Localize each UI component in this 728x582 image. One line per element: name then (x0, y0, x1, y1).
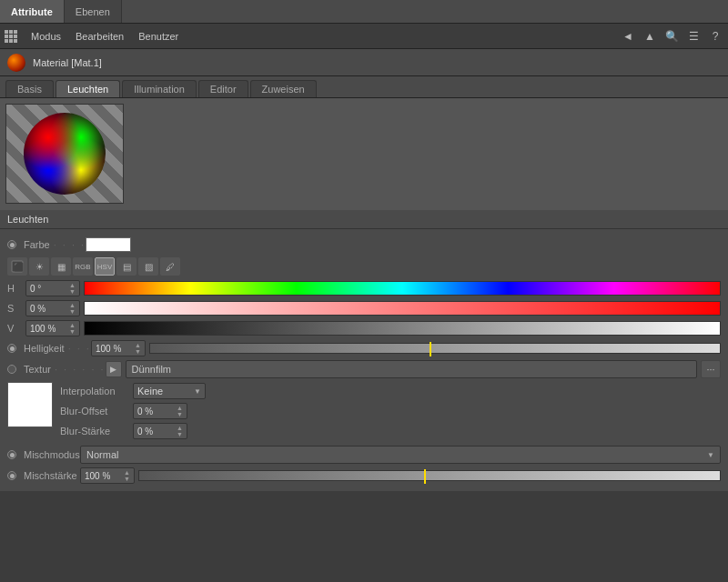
top-tab-bar: Attribute Ebenen (0, 0, 728, 24)
sun-icon[interactable]: ☀ (29, 257, 49, 276)
mischstärke-value-box[interactable]: 100 % ▲ ▼ (80, 467, 135, 484)
menu-icon[interactable]: ☰ (684, 27, 703, 45)
svg-rect-4 (9, 35, 13, 38)
helligkeit-radio[interactable] (7, 344, 16, 353)
mischmodus-row: Mischmodus Normal ▼ (0, 444, 728, 466)
textur-radio[interactable] (7, 365, 16, 374)
svg-rect-7 (9, 39, 13, 43)
material-sphere-icon (7, 54, 25, 72)
blur-stärke-label: Blur-Stärke (60, 426, 133, 436)
textur-more-btn[interactable]: ··· (701, 360, 721, 378)
tab-leuchten[interactable]: Leuchten (56, 80, 120, 97)
interpolation-row: Interpolation Keine ▼ (60, 382, 721, 400)
s-value-box[interactable]: 0 % ▲ ▼ (25, 300, 80, 316)
farbe-row: Farbe · · · · (0, 235, 728, 255)
search-icon[interactable]: 🔍 (662, 27, 681, 45)
s-spin[interactable]: ▲ ▼ (69, 302, 76, 315)
preview-area (0, 98, 728, 209)
h-label: H (7, 283, 25, 294)
helligkeit-label: Helligkeit · · · (7, 343, 91, 354)
blur-stärke-value-box[interactable]: 0 % ▲ ▼ (133, 423, 187, 439)
interpolation-select[interactable]: Keine ▼ (133, 383, 206, 399)
tab-ebenen[interactable]: Ebenen (65, 0, 122, 23)
sat-slider[interactable] (84, 301, 721, 316)
tab-editor[interactable]: Editor (198, 80, 248, 97)
interpolation-label: Interpolation (60, 386, 133, 396)
mischstärke-row: Mischstärke 100 % ▲ ▼ (0, 466, 728, 486)
farbe-color-swatch[interactable] (86, 237, 131, 252)
mischstärke-value: 100 % (85, 471, 124, 481)
svg-rect-5 (14, 35, 17, 38)
textur-row: Textur · · · · · · ▶ Dünnfilm ··· (0, 358, 728, 380)
nav-up-icon[interactable]: ▲ (641, 27, 659, 45)
v-label: V (7, 323, 25, 334)
tab-zuweisen[interactable]: Zuweisen (250, 80, 317, 97)
mischstärke-label: Mischstärke (7, 470, 80, 481)
val-slider[interactable] (84, 321, 721, 336)
textur-sub-area: Interpolation Keine ▼ Blur-Offset 0 % ▲ … (0, 380, 728, 444)
tab-basis[interactable]: Basis (5, 80, 54, 97)
helligkeit-value: 100 % (96, 344, 135, 354)
tab-illumination[interactable]: Illumination (122, 80, 197, 97)
section-header-leuchten: Leuchten (0, 209, 728, 229)
helligkeit-value-box[interactable]: 100 % ▲ ▼ (91, 340, 146, 356)
properties-area: Farbe · · · · ⬛ ☀ ▦ RGB HSV ▤ ▨ 🖊 H 0 ° … (0, 229, 728, 491)
farbe-label: Farbe · · · · (7, 239, 86, 250)
textur-name-bar: Dünnfilm (126, 360, 697, 378)
blur-offset-spin[interactable]: ▲ ▼ (177, 405, 183, 417)
svg-rect-1 (9, 30, 13, 34)
interpolation-arrow-icon: ▼ (194, 387, 201, 396)
eyedropper-icon[interactable]: 🖊 (160, 257, 180, 276)
blur-stärke-spin[interactable]: ▲ ▼ (177, 425, 183, 437)
hue-slider[interactable] (84, 281, 721, 296)
blur-offset-value: 0 % (137, 406, 177, 416)
svg-rect-8 (14, 39, 17, 43)
sub-tabs: Basis Leuchten Illumination Editor Zuwei… (0, 76, 728, 98)
v-spin[interactable]: ▲ ▼ (69, 322, 76, 335)
helligkeit-spin[interactable]: ▲ ▼ (135, 342, 141, 355)
mischstärke-spin[interactable]: ▲ ▼ (124, 469, 130, 482)
s-slider-row: S 0 % ▲ ▼ (0, 298, 728, 318)
menu-benutzer[interactable]: Benutzer (131, 27, 186, 45)
mischmodus-select[interactable]: Normal ▼ (80, 446, 721, 464)
nav-back-icon[interactable]: ◄ (619, 27, 637, 45)
hex-icon[interactable]: ▤ (116, 257, 136, 276)
preview-sphere-container (5, 104, 124, 204)
blur-stärke-value: 0 % (137, 426, 177, 436)
h-value-box[interactable]: 0 ° ▲ ▼ (25, 280, 80, 296)
mischmodus-radio[interactable] (7, 450, 16, 459)
h-value: 0 ° (30, 284, 69, 294)
gradient-icon[interactable]: ▦ (51, 257, 71, 276)
svg-rect-2 (14, 30, 17, 34)
textur-play-btn[interactable]: ▶ (106, 361, 122, 377)
farbe-radio[interactable] (7, 240, 16, 249)
mischstärke-radio[interactable] (7, 471, 16, 480)
blur-offset-label: Blur-Offset (60, 406, 133, 416)
helligkeit-slider[interactable] (149, 343, 721, 354)
v-slider-row: V 100 % ▲ ▼ (0, 318, 728, 338)
blur-offset-value-box[interactable]: 0 % ▲ ▼ (133, 403, 187, 419)
mischmodus-arrow-icon: ▼ (707, 451, 714, 459)
menu-bar: Modus Bearbeiten Benutzer ◄ ▲ 🔍 ☰ ? (0, 24, 728, 49)
menu-bearbeiten[interactable]: Bearbeiten (68, 27, 131, 45)
v-value: 100 % (30, 324, 69, 334)
menu-bar-right: ◄ ▲ 🔍 ☰ ? (619, 27, 724, 45)
help-icon[interactable]: ? (706, 27, 724, 45)
menu-modus[interactable]: Modus (24, 27, 68, 45)
helligkeit-row: Helligkeit · · · 100 % ▲ ▼ (0, 338, 728, 358)
h-spin[interactable]: ▲ ▼ (69, 282, 76, 295)
mischstärke-slider[interactable] (138, 470, 721, 481)
svg-text:⬛: ⬛ (14, 262, 24, 273)
material-header: Material [Mat.1] (0, 49, 728, 76)
svg-rect-3 (5, 35, 8, 38)
s-label: S (7, 303, 25, 314)
textur-preview (7, 382, 53, 427)
hsv-icon[interactable]: HSV (95, 257, 115, 276)
v-value-box[interactable]: 100 % ▲ ▼ (25, 320, 80, 336)
svg-rect-0 (5, 30, 8, 34)
palette-icon[interactable]: ▨ (138, 257, 158, 276)
tab-attribute[interactable]: Attribute (0, 0, 65, 23)
color-wheel-icon[interactable]: ⬛ (7, 257, 27, 276)
rgb-icon[interactable]: RGB (73, 257, 93, 276)
svg-rect-6 (5, 39, 8, 43)
